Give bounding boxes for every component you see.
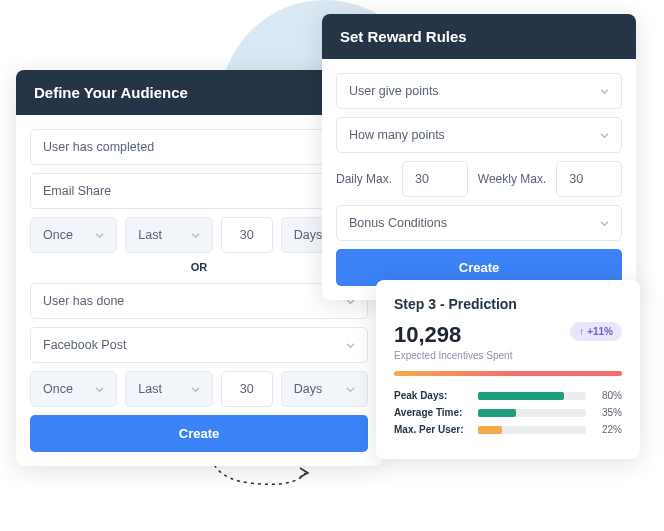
chevron-down-icon — [346, 341, 355, 350]
or-divider: OR — [30, 261, 368, 273]
bonus-select[interactable]: Bonus Conditions — [336, 205, 622, 241]
stat-row: Average Time: 35% — [394, 407, 622, 418]
stat-value: 22% — [594, 424, 622, 435]
select-label: Bonus Conditions — [349, 216, 447, 230]
action-select-1[interactable]: Email Share — [30, 173, 368, 209]
chevron-down-icon — [600, 131, 609, 140]
points-qty-select[interactable]: How many points — [336, 117, 622, 153]
stat-bar — [478, 392, 586, 400]
trend-badge: ↑ +11% — [570, 322, 622, 341]
weekly-max-label: Weekly Max. — [478, 172, 546, 186]
freq-select-2[interactable]: Once — [30, 371, 117, 407]
select-label: User has done — [43, 294, 124, 308]
stat-fill — [478, 426, 502, 434]
select-label: Days — [294, 228, 322, 242]
select-label: Days — [294, 382, 322, 396]
stat-fill — [478, 392, 564, 400]
count-input-1[interactable]: 30 — [221, 217, 273, 253]
badge-text: +11% — [587, 326, 613, 337]
select-label: Email Share — [43, 184, 111, 198]
condition-select-1[interactable]: User has completed — [30, 129, 368, 165]
create-audience-button[interactable]: Create — [30, 415, 368, 452]
reward-card: Set Reward Rules User give points How ma… — [322, 14, 636, 300]
stat-row: Max. Per User: 22% — [394, 424, 622, 435]
select-label: Once — [43, 382, 73, 396]
select-label: Last — [138, 228, 162, 242]
chevron-down-icon — [95, 231, 104, 240]
arrow-up-icon: ↑ — [579, 326, 584, 337]
freq-select-1[interactable]: Once — [30, 217, 117, 253]
stat-label: Average Time: — [394, 407, 470, 418]
gradient-bar — [394, 371, 622, 376]
points-action-select[interactable]: User give points — [336, 73, 622, 109]
select-label: User has completed — [43, 140, 154, 154]
chevron-down-icon — [95, 385, 104, 394]
chevron-down-icon — [600, 87, 609, 96]
chevron-down-icon — [600, 219, 609, 228]
stat-label: Peak Days: — [394, 390, 470, 401]
select-label: User give points — [349, 84, 439, 98]
period-select-2[interactable]: Last — [125, 371, 212, 407]
action-select-2[interactable]: Facebook Post — [30, 327, 368, 363]
chevron-down-icon — [346, 385, 355, 394]
reward-title: Set Reward Rules — [322, 14, 636, 59]
period-select-1[interactable]: Last — [125, 217, 212, 253]
prediction-value: 10,298 — [394, 322, 461, 348]
chevron-down-icon — [191, 385, 200, 394]
prediction-title: Step 3 - Prediction — [394, 296, 622, 312]
prediction-subtitle: Expected Incentives Spent — [394, 350, 622, 361]
stat-row: Peak Days: 80% — [394, 390, 622, 401]
daily-max-label: Daily Max. — [336, 172, 392, 186]
daily-max-input[interactable]: 30 — [402, 161, 468, 197]
chevron-down-icon — [191, 231, 200, 240]
count-input-2[interactable]: 30 — [221, 371, 273, 407]
stat-fill — [478, 409, 516, 417]
stat-value: 80% — [594, 390, 622, 401]
stat-value: 35% — [594, 407, 622, 418]
stat-bar — [478, 426, 586, 434]
prediction-card: Step 3 - Prediction 10,298 ↑ +11% Expect… — [376, 280, 640, 459]
select-label: Last — [138, 382, 162, 396]
select-label: Once — [43, 228, 73, 242]
select-label: Facebook Post — [43, 338, 126, 352]
stat-label: Max. Per User: — [394, 424, 470, 435]
stat-bar — [478, 409, 586, 417]
select-label: How many points — [349, 128, 445, 142]
unit-select-2[interactable]: Days — [281, 371, 368, 407]
condition-select-2[interactable]: User has done — [30, 283, 368, 319]
weekly-max-input[interactable]: 30 — [556, 161, 622, 197]
